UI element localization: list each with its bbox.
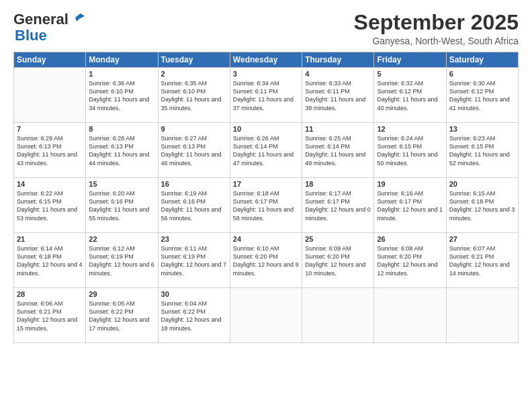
- day-number: 21: [17, 235, 83, 243]
- cell-info: Sunrise: 6:11 AMSunset: 6:19 PMDaylight:…: [161, 244, 227, 277]
- table-row: 13Sunrise: 6:23 AMSunset: 6:15 PMDayligh…: [446, 123, 518, 178]
- calendar-week-row: 21Sunrise: 6:14 AMSunset: 6:18 PMDayligh…: [14, 233, 519, 288]
- cell-info: Sunrise: 6:12 AMSunset: 6:19 PMDaylight:…: [89, 244, 154, 277]
- table-row: 10Sunrise: 6:26 AMSunset: 6:14 PMDayligh…: [230, 123, 302, 178]
- table-row: 25Sunrise: 6:09 AMSunset: 6:20 PMDayligh…: [302, 233, 374, 288]
- calendar-table: Sunday Monday Tuesday Wednesday Thursday…: [13, 52, 519, 343]
- day-number: 22: [89, 235, 154, 243]
- table-row: 3Sunrise: 6:34 AMSunset: 6:11 PMDaylight…: [230, 68, 302, 123]
- calendar-week-row: 28Sunrise: 6:06 AMSunset: 6:21 PMDayligh…: [14, 288, 519, 343]
- col-sunday: Sunday: [14, 52, 86, 68]
- cell-info: Sunrise: 6:26 AMSunset: 6:14 PMDaylight:…: [233, 134, 299, 167]
- logo-general: General: [13, 11, 69, 28]
- day-number: 8: [89, 125, 154, 133]
- table-row: 29Sunrise: 6:05 AMSunset: 6:22 PMDayligh…: [86, 288, 158, 343]
- table-row: [302, 288, 374, 343]
- table-row: 9Sunrise: 6:27 AMSunset: 6:13 PMDaylight…: [158, 123, 230, 178]
- table-row: 26Sunrise: 6:08 AMSunset: 6:20 PMDayligh…: [374, 233, 446, 288]
- table-row: 7Sunrise: 6:29 AMSunset: 6:13 PMDaylight…: [14, 123, 86, 178]
- table-row: 15Sunrise: 6:20 AMSunset: 6:16 PMDayligh…: [86, 178, 158, 233]
- cell-info: Sunrise: 6:30 AMSunset: 6:12 PMDaylight:…: [449, 79, 515, 112]
- page: General Blue September 2025 Ganyesa, Nor…: [0, 0, 532, 411]
- col-monday: Monday: [86, 52, 158, 68]
- cell-info: Sunrise: 6:36 AMSunset: 6:10 PMDaylight:…: [89, 79, 154, 112]
- col-saturday: Saturday: [446, 52, 518, 68]
- table-row: 28Sunrise: 6:06 AMSunset: 6:21 PMDayligh…: [14, 288, 86, 343]
- cell-info: Sunrise: 6:28 AMSunset: 6:13 PMDaylight:…: [89, 134, 154, 167]
- day-number: 25: [305, 235, 371, 243]
- cell-info: Sunrise: 6:16 AMSunset: 6:17 PMDaylight:…: [377, 189, 443, 222]
- cell-info: Sunrise: 6:22 AMSunset: 6:15 PMDaylight:…: [17, 189, 83, 222]
- table-row: [374, 288, 446, 343]
- table-row: 30Sunrise: 6:04 AMSunset: 6:22 PMDayligh…: [158, 288, 230, 343]
- col-wednesday: Wednesday: [230, 52, 302, 68]
- table-row: 22Sunrise: 6:12 AMSunset: 6:19 PMDayligh…: [86, 233, 158, 288]
- cell-info: Sunrise: 6:34 AMSunset: 6:11 PMDaylight:…: [233, 79, 299, 112]
- day-number: 3: [233, 70, 299, 78]
- table-row: 12Sunrise: 6:24 AMSunset: 6:15 PMDayligh…: [374, 123, 446, 178]
- cell-info: Sunrise: 6:18 AMSunset: 6:17 PMDaylight:…: [233, 189, 299, 222]
- day-number: 29: [89, 290, 154, 298]
- calendar-week-row: 14Sunrise: 6:22 AMSunset: 6:15 PMDayligh…: [14, 178, 519, 233]
- table-row: 4Sunrise: 6:33 AMSunset: 6:11 PMDaylight…: [302, 68, 374, 123]
- cell-info: Sunrise: 6:33 AMSunset: 6:11 PMDaylight:…: [305, 79, 371, 112]
- day-number: 17: [233, 180, 299, 188]
- day-number: 19: [377, 180, 443, 188]
- table-row: 17Sunrise: 6:18 AMSunset: 6:17 PMDayligh…: [230, 178, 302, 233]
- cell-info: Sunrise: 6:14 AMSunset: 6:18 PMDaylight:…: [17, 244, 83, 277]
- day-number: 11: [305, 125, 371, 133]
- day-number: 16: [161, 180, 227, 188]
- cell-info: Sunrise: 6:09 AMSunset: 6:20 PMDaylight:…: [305, 244, 371, 277]
- logo-blue: Blue: [13, 27, 47, 44]
- day-number: 7: [17, 125, 83, 133]
- cell-info: Sunrise: 6:24 AMSunset: 6:15 PMDaylight:…: [377, 134, 443, 167]
- day-number: 24: [233, 235, 299, 243]
- cell-info: Sunrise: 6:32 AMSunset: 6:12 PMDaylight:…: [377, 79, 443, 112]
- header: General Blue September 2025 Ganyesa, Nor…: [13, 11, 519, 46]
- table-row: 20Sunrise: 6:15 AMSunset: 6:18 PMDayligh…: [446, 178, 518, 233]
- table-row: 23Sunrise: 6:11 AMSunset: 6:19 PMDayligh…: [158, 233, 230, 288]
- table-row: 6Sunrise: 6:30 AMSunset: 6:12 PMDaylight…: [446, 68, 518, 123]
- day-number: 23: [161, 235, 227, 243]
- cell-info: Sunrise: 6:04 AMSunset: 6:22 PMDaylight:…: [161, 300, 227, 332]
- table-row: [230, 288, 302, 343]
- table-row: 11Sunrise: 6:25 AMSunset: 6:14 PMDayligh…: [302, 123, 374, 178]
- cell-info: Sunrise: 6:23 AMSunset: 6:15 PMDaylight:…: [449, 134, 515, 167]
- day-number: 28: [17, 290, 83, 298]
- day-number: 5: [377, 70, 443, 78]
- day-number: 14: [17, 180, 83, 188]
- cell-info: Sunrise: 6:07 AMSunset: 6:21 PMDaylight:…: [449, 244, 515, 277]
- cell-info: Sunrise: 6:05 AMSunset: 6:22 PMDaylight:…: [89, 300, 154, 332]
- table-row: 24Sunrise: 6:10 AMSunset: 6:20 PMDayligh…: [230, 233, 302, 288]
- location-title: Ganyesa, North-West, South Africa: [354, 36, 519, 46]
- cell-info: Sunrise: 6:08 AMSunset: 6:20 PMDaylight:…: [377, 244, 443, 277]
- logo-bird-icon: [70, 12, 85, 24]
- col-thursday: Thursday: [302, 52, 374, 68]
- day-number: 9: [161, 125, 227, 133]
- day-number: 13: [449, 125, 515, 133]
- table-row: [14, 68, 86, 123]
- calendar-header-row: Sunday Monday Tuesday Wednesday Thursday…: [14, 52, 519, 68]
- day-number: 4: [305, 70, 371, 78]
- calendar-week-row: 7Sunrise: 6:29 AMSunset: 6:13 PMDaylight…: [14, 123, 519, 178]
- day-number: 10: [233, 125, 299, 133]
- cell-info: Sunrise: 6:29 AMSunset: 6:13 PMDaylight:…: [17, 134, 83, 167]
- table-row: 16Sunrise: 6:19 AMSunset: 6:16 PMDayligh…: [158, 178, 230, 233]
- cell-info: Sunrise: 6:06 AMSunset: 6:21 PMDaylight:…: [17, 300, 83, 332]
- cell-info: Sunrise: 6:15 AMSunset: 6:18 PMDaylight:…: [449, 189, 515, 222]
- day-number: 2: [161, 70, 227, 78]
- cell-info: Sunrise: 6:17 AMSunset: 6:17 PMDaylight:…: [305, 189, 371, 222]
- table-row: 18Sunrise: 6:17 AMSunset: 6:17 PMDayligh…: [302, 178, 374, 233]
- table-row: 8Sunrise: 6:28 AMSunset: 6:13 PMDaylight…: [86, 123, 158, 178]
- table-row: [446, 288, 518, 343]
- day-number: 6: [449, 70, 515, 78]
- day-number: 20: [449, 180, 515, 188]
- day-number: 12: [377, 125, 443, 133]
- table-row: 19Sunrise: 6:16 AMSunset: 6:17 PMDayligh…: [374, 178, 446, 233]
- day-number: 1: [89, 70, 154, 78]
- calendar-week-row: 1Sunrise: 6:36 AMSunset: 6:10 PMDaylight…: [14, 68, 519, 123]
- day-number: 15: [89, 180, 154, 188]
- cell-info: Sunrise: 6:25 AMSunset: 6:14 PMDaylight:…: [305, 134, 371, 167]
- day-number: 26: [377, 235, 443, 243]
- table-row: 21Sunrise: 6:14 AMSunset: 6:18 PMDayligh…: [14, 233, 86, 288]
